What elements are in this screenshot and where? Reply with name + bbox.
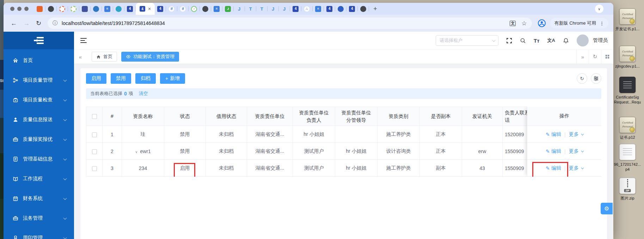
edit-link[interactable]: ✎编辑 xyxy=(546,148,561,155)
add-button[interactable]: +新增 xyxy=(160,73,185,84)
pinned-tab-icon[interactable]: 4 xyxy=(326,6,332,12)
sidebar-item-quality-info-report[interactable]: 质量信息报送 xyxy=(4,110,74,130)
row-checkbox[interactable] xyxy=(92,166,97,171)
pinned-tab-icon[interactable] xyxy=(48,6,54,12)
pinned-tab-icon[interactable]: › xyxy=(191,6,197,12)
edit-link[interactable]: ✎编辑 xyxy=(546,131,561,138)
theme-settings-gear-button[interactable]: ⚙ xyxy=(601,203,613,214)
pinned-tab-icon[interactable]: J xyxy=(236,6,242,12)
select-all-checkbox[interactable] xyxy=(92,114,97,119)
sidebar-item-project-quality-mgmt[interactable]: 项目质量管理 xyxy=(4,70,74,90)
minimize-window-button[interactable] xyxy=(17,7,22,11)
desktop-file[interactable]: zjlngcdev.p1... xyxy=(613,46,642,69)
pinned-tab-icon[interactable] xyxy=(202,6,208,12)
active-browser-tab[interactable]: 4 × xyxy=(136,3,155,15)
pinned-tab-icon[interactable]: 4 xyxy=(349,6,355,12)
pinned-tab-icon[interactable]: 4 xyxy=(293,6,299,12)
row-checkbox[interactable] xyxy=(92,149,97,154)
clear-selection-link[interactable]: 清空 xyxy=(139,90,148,97)
chrome-update-chip[interactable]: 有新版 Chrome 可用 ⋮ xyxy=(550,18,608,29)
hamburger-menu-icon[interactable] xyxy=(80,38,87,43)
pinned-tab-icon[interactable]: if xyxy=(180,6,186,12)
pinned-tab-icon[interactable]: T xyxy=(259,6,265,12)
more-link[interactable]: 更多 xyxy=(569,165,583,171)
sidebar-item-finance[interactable]: 财务系统 xyxy=(4,189,74,208)
pinned-tab-icon[interactable]: if xyxy=(168,6,174,12)
refresh-page-icon[interactable]: ↻ xyxy=(589,50,601,64)
bell-icon[interactable] xyxy=(563,38,569,44)
forward-icon[interactable]: → xyxy=(23,20,30,27)
sidebar-item-legal[interactable]: 法务管理 xyxy=(4,208,74,228)
browser-menu-kebab-icon[interactable]: ⋮ xyxy=(600,21,604,26)
desktop-file[interactable]: 证书.p12 xyxy=(613,117,642,140)
profile-icon[interactable] xyxy=(538,19,546,27)
pinned-tab-icon[interactable] xyxy=(116,6,122,12)
layout-grid-icon[interactable] xyxy=(601,50,613,64)
desktop-file[interactable]: CertificateSigRequest...Requ xyxy=(613,77,642,105)
pinned-tab-icon[interactable]: ≡ xyxy=(104,6,110,12)
sidebar-item-workflow[interactable]: 工作流程 xyxy=(4,169,74,189)
more-link[interactable]: 更多 xyxy=(569,131,583,138)
pinned-tab-icon[interactable]: ≡ xyxy=(315,6,321,12)
language-icon[interactable]: 文A xyxy=(547,37,555,44)
collapse-menu-icon[interactable] xyxy=(34,37,44,44)
tab-active-page[interactable]: 功能测试：资质管理 xyxy=(121,52,179,62)
pinned-tab-icon[interactable] xyxy=(37,6,43,12)
column-settings-icon[interactable] xyxy=(591,73,601,84)
pinned-tab-icon[interactable] xyxy=(82,6,88,12)
pinned-tab-icon[interactable]: T xyxy=(247,6,253,12)
pinned-tab-icon[interactable] xyxy=(59,6,65,12)
table-row[interactable]: 1 珪 禁用 未归档 湖南省交通... hr 小姐姐 施工养护类 正本 xyxy=(86,126,556,143)
pinned-tab-icon[interactable]: ∴ xyxy=(304,6,310,12)
sidebar-item-quality-awards[interactable]: 质量报奖报优 xyxy=(4,130,74,149)
table-row[interactable]: 3 234 启用 未归档 湖南省交通... 测试用户 hr 小姐姐 施工养护类 … xyxy=(86,160,556,177)
expand-row-icon[interactable]: ∨ xyxy=(135,150,137,154)
pinned-tab-icon[interactable] xyxy=(338,6,344,12)
disable-button[interactable]: 禁用 xyxy=(111,73,131,84)
close-tab-icon[interactable]: × xyxy=(148,6,151,11)
tab-home[interactable]: 首页 xyxy=(92,52,117,62)
row-checkbox[interactable] xyxy=(92,132,97,137)
edit-link[interactable]: ✎编辑 xyxy=(546,165,561,171)
pinned-tab-icon[interactable]: 4 xyxy=(157,6,163,12)
translate-icon[interactable]: 文 xyxy=(510,21,516,26)
pinned-tab-icon[interactable]: J xyxy=(281,6,287,12)
sidebar-item-seal[interactable]: 用印管理 xyxy=(4,228,74,239)
desktop-file[interactable]: 开发证书.p1... xyxy=(613,8,642,31)
tab-search-chevron[interactable]: ∨ xyxy=(595,5,603,13)
site-info-icon[interactable]: ⓘ xyxy=(53,20,57,26)
sidebar-item-project-quality-check[interactable]: 项目质量检查 xyxy=(4,90,74,110)
enable-button[interactable]: 启用 xyxy=(86,73,106,84)
pinned-tab-icon[interactable]: J xyxy=(225,6,231,12)
desktop-file[interactable]: 96_17201742...p4 xyxy=(613,144,642,172)
font-size-icon[interactable]: Tт xyxy=(534,38,540,44)
desktop-file[interactable]: 图片.zip xyxy=(613,178,642,201)
search-icon[interactable] xyxy=(520,38,526,44)
reload-icon[interactable]: ↻ xyxy=(36,19,41,27)
pinned-tab-icon[interactable] xyxy=(70,6,76,12)
pinned-tab-icon[interactable] xyxy=(360,6,366,12)
new-tab-button[interactable]: + xyxy=(373,5,377,13)
table-row[interactable]: 2 ∨ewr1 禁用 未归档 湖南省交通... 测试用户 hr 小姐姐 设计咨询… xyxy=(86,143,556,160)
close-window-button[interactable] xyxy=(10,7,14,11)
pinned-tab-icon[interactable]: ≡ xyxy=(214,6,220,12)
tabs-scroll-left-icon[interactable]: « xyxy=(74,50,87,64)
pinned-tab-icon[interactable] xyxy=(93,6,99,12)
sidebar-logo[interactable] xyxy=(4,32,74,49)
tabs-scroll-right-icon[interactable]: » xyxy=(576,50,589,64)
tenant-select[interactable]: 请选择租户 xyxy=(436,35,498,46)
sidebar-item-home[interactable]: 首页 xyxy=(4,51,74,70)
maximize-window-button[interactable] xyxy=(24,7,29,11)
sidebar-item-base-info[interactable]: 管理基础信息 xyxy=(4,149,74,169)
address-bar[interactable]: ⓘ localhost/low/table/test/1991789725814… xyxy=(48,18,532,29)
more-link[interactable]: 更多 xyxy=(569,148,583,155)
avatar[interactable] xyxy=(577,34,589,46)
refresh-table-icon[interactable]: ↻ xyxy=(577,73,587,84)
url-text[interactable]: localhost/low/table/test/199178972581464… xyxy=(62,20,504,26)
back-icon[interactable]: ← xyxy=(11,20,17,27)
pinned-tab-icon[interactable]: 4 xyxy=(127,6,133,12)
bookmark-star-icon[interactable]: ☆ xyxy=(521,20,527,27)
pinned-tab-icon[interactable]: J xyxy=(270,6,276,12)
archive-button[interactable]: 归档 xyxy=(135,73,156,84)
fullscreen-icon[interactable] xyxy=(506,38,512,44)
